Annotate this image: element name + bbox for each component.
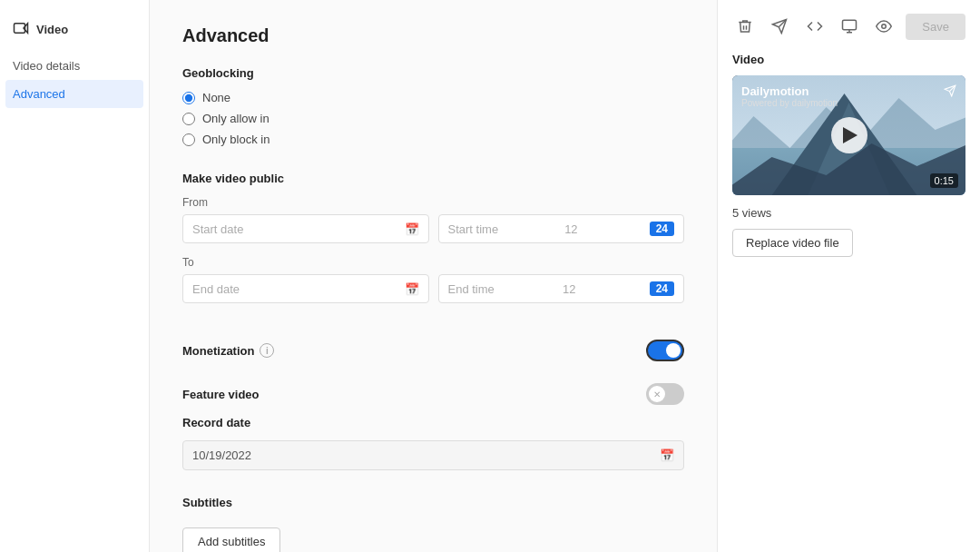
monetization-row: Monetization i	[182, 329, 684, 372]
end-time-placeholder: End time	[448, 282, 495, 296]
app-header: Video	[0, 11, 149, 52]
video-brand: Dailymotion Powered by dailymotion	[741, 84, 838, 108]
sidebar: Video Video details Advanced	[0, 0, 150, 552]
sidebar-item-advanced[interactable]: Advanced	[5, 80, 143, 108]
record-cal-icon: 📅	[660, 448, 674, 462]
from-label: From	[182, 196, 684, 209]
start-time-placeholder: Start time	[448, 222, 499, 236]
geoblocking-options: None Only allow in Only block in	[182, 91, 684, 146]
video-icon	[13, 20, 29, 39]
monetization-info-icon[interactable]: i	[260, 343, 274, 358]
video-preview[interactable]: Dailymotion Powered by dailymotion 0:15	[732, 75, 965, 195]
embed-button[interactable]	[802, 13, 828, 40]
svg-point-7	[882, 25, 887, 29]
add-subtitles-button[interactable]: Add subtitles	[182, 527, 280, 552]
main-content: Advanced Geoblocking None Only allow in …	[150, 0, 717, 552]
end-time-hour: 12	[563, 282, 575, 296]
from-inputs: Start date 📅 Start time 12 24	[182, 214, 684, 243]
svg-rect-4	[842, 20, 856, 30]
feature-video-label: Feature video	[182, 388, 260, 401]
right-panel: Save Video	[717, 0, 980, 552]
start-time-hour: 12	[564, 222, 577, 236]
record-date-value: 10/19/2022	[192, 448, 251, 462]
toggle-knob: ✕	[649, 386, 665, 402]
geoblocking-block[interactable]: Only block in	[182, 133, 684, 146]
app-label: Video	[36, 23, 68, 36]
monetization-label: Monetization i	[182, 343, 274, 358]
make-public-section: Make video public From Start date 📅 Star…	[182, 172, 684, 303]
start-date-input[interactable]: Start date 📅	[182, 214, 429, 243]
views-count: 5 views	[732, 206, 965, 220]
play-triangle-icon	[843, 127, 858, 143]
start-time-input[interactable]: Start time 12 24	[438, 214, 685, 243]
geoblocking-none-radio[interactable]	[182, 92, 195, 104]
eye-button[interactable]	[871, 13, 897, 40]
feature-video-row: Feature video ✕	[182, 372, 684, 416]
end-calendar-icon: 📅	[405, 282, 419, 296]
save-button[interactable]: Save	[906, 14, 965, 40]
to-label: To	[182, 256, 684, 269]
geoblocking-section: Geoblocking None Only allow in Only bloc…	[182, 66, 684, 146]
trash-button[interactable]	[732, 13, 758, 40]
start-time-badge: 24	[650, 222, 674, 236]
end-time-input[interactable]: End time 12 24	[438, 274, 685, 303]
record-date-input[interactable]: 10/19/2022 📅	[182, 440, 684, 470]
record-date-label: Record date	[182, 416, 684, 429]
toolbar: Save	[732, 13, 965, 40]
end-date-placeholder: End date	[192, 282, 240, 296]
from-row: From Start date 📅 Start time 12 24	[182, 196, 684, 243]
to-inputs: End date 📅 End time 12 24	[182, 274, 684, 303]
geoblocking-allow-radio[interactable]	[182, 113, 195, 125]
end-date-input[interactable]: End date 📅	[182, 274, 429, 303]
make-public-label: Make video public	[182, 172, 684, 185]
upload-button[interactable]	[837, 13, 862, 40]
geoblocking-block-radio[interactable]	[182, 133, 195, 146]
replace-video-button[interactable]: Replace video file	[732, 229, 853, 257]
play-button[interactable]	[831, 117, 867, 153]
video-panel-label: Video	[732, 53, 965, 66]
end-time-badge: 24	[650, 281, 674, 296]
video-duration: 0:15	[930, 173, 958, 188]
subtitles-label: Subtitles	[182, 496, 684, 509]
feature-video-toggle[interactable]: ✕	[646, 383, 684, 405]
to-row: To End date 📅 End time 12 24	[182, 256, 684, 303]
video-share-icon	[944, 84, 956, 100]
monetization-toggle[interactable]	[646, 340, 684, 361]
page-title: Advanced	[182, 25, 684, 46]
calendar-icon: 📅	[405, 222, 419, 236]
geoblocking-allow[interactable]: Only allow in	[182, 112, 684, 125]
record-date-section: Record date 10/19/2022 📅	[182, 416, 684, 470]
geoblocking-label: Geoblocking	[182, 66, 684, 80]
share-button[interactable]	[767, 13, 792, 40]
geoblocking-none[interactable]: None	[182, 91, 684, 104]
sidebar-item-video-details[interactable]: Video details	[0, 52, 149, 80]
subtitles-section: Subtitles Add subtitles	[182, 496, 684, 552]
start-date-placeholder: Start date	[192, 222, 243, 236]
